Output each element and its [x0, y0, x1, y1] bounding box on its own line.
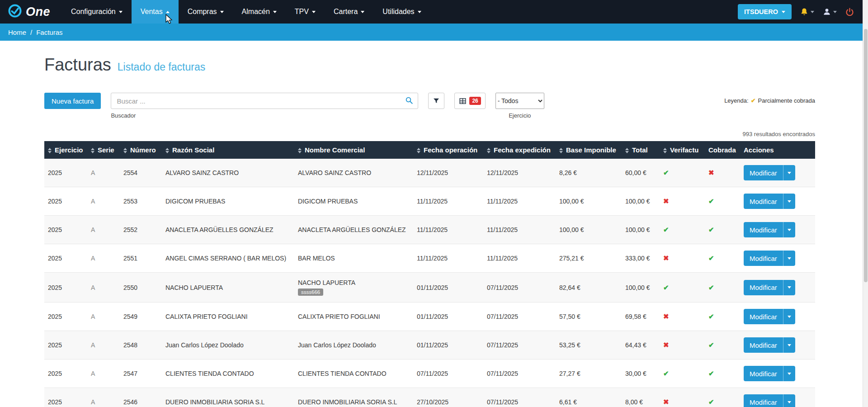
cell-base-imponible: 53,25 € — [556, 331, 622, 360]
menu-item-utilidades[interactable]: Utilidades — [373, 0, 430, 24]
column-header-fecha-operacion[interactable]: Fecha operación — [413, 141, 483, 159]
check-icon: ✔ — [708, 398, 714, 406]
modify-dropdown-toggle[interactable] — [783, 165, 795, 180]
column-header-razon-social[interactable]: Razón Social — [162, 141, 294, 159]
check-icon: ✔ — [708, 369, 714, 377]
cell-total: 69,58 € — [622, 303, 660, 331]
modify-button[interactable]: Modificar — [744, 251, 795, 266]
modify-button[interactable]: Modificar — [744, 222, 795, 237]
column-header-numero[interactable]: Número — [120, 141, 162, 159]
modify-button-label: Modificar — [744, 309, 783, 324]
search-input[interactable] — [111, 93, 418, 109]
user-dropdown[interactable] — [822, 7, 837, 16]
cell-razon-social: CALIXTA PRIETO FOGLIANI — [162, 303, 294, 331]
legend: Leyenda: ✔ Parcialmente cobrada — [724, 93, 815, 104]
cell-base-imponible: 6,61 € — [556, 388, 622, 407]
breadcrumb-current[interactable]: Facturas — [36, 28, 62, 36]
scrollbar-track[interactable] — [863, 0, 868, 407]
new-invoice-button[interactable]: Nueva factura — [44, 93, 101, 109]
cell-cobrada: ✔ — [705, 187, 740, 216]
modify-dropdown-toggle[interactable] — [783, 394, 795, 407]
logout-button[interactable] — [845, 7, 854, 17]
cell-verifactu: ✔ — [660, 216, 705, 244]
modify-dropdown-toggle[interactable] — [783, 309, 795, 324]
modify-dropdown-toggle[interactable] — [783, 194, 795, 209]
modify-button[interactable]: Modificar — [744, 309, 795, 324]
notifications-dropdown[interactable] — [800, 7, 814, 16]
search-button[interactable] — [402, 95, 416, 107]
cross-icon: ✖ — [663, 398, 669, 406]
grid-icon — [459, 97, 467, 105]
modify-button[interactable]: Modificar — [744, 337, 795, 353]
column-header-label: Ejercicio — [55, 146, 83, 154]
cell-serie: A — [87, 159, 120, 187]
cell-serie: A — [87, 360, 120, 388]
company-dropdown[interactable]: ITSDUERO — [738, 4, 792, 19]
app-logo[interactable]: One — [0, 0, 62, 24]
column-header-nombre-comercial[interactable]: Nombre Comercial — [294, 141, 413, 159]
cell-verifactu: ✔ — [660, 159, 705, 187]
breadcrumb-home[interactable]: Home — [8, 28, 26, 36]
chevron-down-icon — [788, 286, 791, 289]
sort-icon — [48, 148, 52, 153]
menu-item-configuracion[interactable]: Configuración — [62, 0, 132, 24]
cell-nombre-comercial: NACHO LAPUERTAssss666 — [294, 273, 413, 303]
filter-button[interactable] — [428, 93, 444, 109]
saved-filters-button[interactable]: 26 — [454, 93, 485, 109]
check-icon: ✔ — [663, 226, 669, 233]
column-header-acciones: Acciones — [740, 141, 815, 159]
cell-numero: 2552 — [120, 216, 162, 244]
page-subtitle: Listado de facturas — [118, 61, 205, 73]
cell-verifactu: ✖ — [660, 303, 705, 331]
cross-icon: ✖ — [663, 254, 669, 262]
menu-item-cartera[interactable]: Cartera — [325, 0, 373, 24]
column-header-label: Total — [632, 146, 648, 154]
modify-button[interactable]: Modificar — [744, 194, 795, 209]
modify-button-label: Modificar — [744, 165, 783, 180]
menu-item-ventas[interactable]: Ventas — [132, 0, 179, 24]
cell-fecha-expedicion: 07/11/2025 — [483, 331, 556, 360]
breadcrumb: Home / Facturas — [0, 24, 868, 41]
exercise-select[interactable]: - Todos — [495, 93, 544, 109]
table-row: 2025A2548Juan Carlos López DooladoJuan C… — [44, 331, 815, 360]
column-header-verifactu[interactable]: Verifactu — [660, 141, 705, 159]
cross-icon: ✖ — [663, 197, 669, 205]
table-row: 2025A2550NACHO LAPUERTANACHO LAPUERTAsss… — [44, 273, 815, 303]
search-label: Buscador — [111, 112, 418, 119]
modify-dropdown-toggle[interactable] — [783, 222, 795, 237]
sort-icon — [165, 148, 169, 153]
modify-button[interactable]: Modificar — [744, 366, 795, 381]
cell-total: 30,00 € — [622, 360, 660, 388]
menu-item-tpv[interactable]: TPV — [286, 0, 325, 24]
modify-dropdown-toggle[interactable] — [783, 366, 795, 381]
table-row: 2025A2549CALIXTA PRIETO FOGLIANICALIXTA … — [44, 303, 815, 331]
commercial-name: DUERO INMOBILIARIA SORIA S.L — [298, 398, 410, 406]
cell-serie: A — [87, 331, 120, 360]
modify-dropdown-toggle[interactable] — [783, 280, 795, 295]
modify-button[interactable]: Modificar — [744, 165, 795, 180]
cell-fecha-operacion: 11/11/2025 — [413, 216, 483, 244]
sort-icon — [123, 148, 127, 153]
cell-ejercicio: 2025 — [44, 273, 87, 303]
modify-button[interactable]: Modificar — [744, 280, 795, 295]
column-header-ejercicio[interactable]: Ejercicio — [44, 141, 87, 159]
chevron-down-icon — [361, 11, 364, 13]
column-header-total[interactable]: Total — [622, 141, 660, 159]
cell-total: 8,00 € — [622, 388, 660, 407]
column-header-base-imponible[interactable]: Base Imponible — [556, 141, 622, 159]
cell-numero: 2554 — [120, 159, 162, 187]
scrollbar-thumb[interactable] — [864, 29, 868, 282]
cell-numero: 2549 — [120, 303, 162, 331]
menu-item-almacen[interactable]: Almacén — [233, 0, 286, 24]
check-icon: ✔ — [708, 197, 714, 205]
column-header-serie[interactable]: Serie — [87, 141, 120, 159]
main-menu: ConfiguraciónVentasComprasAlmacénTPVCart… — [62, 0, 430, 24]
column-header-fecha-expedicion[interactable]: Fecha expedición — [483, 141, 556, 159]
check-icon: ✔ — [708, 226, 714, 233]
modify-dropdown-toggle[interactable] — [783, 337, 795, 353]
commercial-name: ANACLETA ARGÜELLES GONZÁLEZ — [298, 226, 410, 233]
modify-button[interactable]: Modificar — [744, 394, 795, 407]
cell-ejercicio: 2025 — [44, 216, 87, 244]
modify-dropdown-toggle[interactable] — [783, 251, 795, 266]
menu-item-compras[interactable]: Compras — [179, 0, 233, 24]
